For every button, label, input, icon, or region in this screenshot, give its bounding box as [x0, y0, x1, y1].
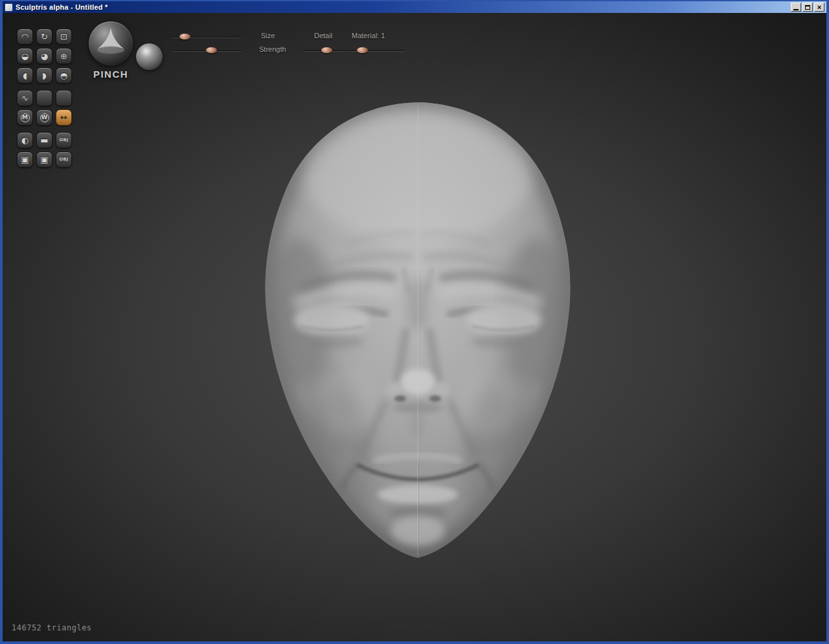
- tool-smooth-button[interactable]: ◖: [17, 67, 33, 83]
- detail-slider-handle[interactable]: [321, 47, 332, 53]
- tool-flatten-button[interactable]: ◒: [17, 48, 33, 64]
- app-icon: [5, 3, 13, 12]
- viewport[interactable]: ◠ ↻ ⊡ ◒ ◕ ⊕ ◖ ◗ ◓ ∿ M W ↔: [3, 13, 826, 641]
- close-button[interactable]: ×: [814, 3, 824, 12]
- wireframe-toggle-button[interactable]: W: [36, 109, 52, 126]
- window-title: Sculptris alpha - Untitled *: [16, 3, 108, 11]
- restore-button[interactable]: [802, 3, 813, 12]
- pinch-icon: ◓: [60, 71, 67, 80]
- material-preview-sphere: [136, 43, 163, 70]
- save-button[interactable]: ▣: [17, 151, 33, 168]
- tool-pinch-button[interactable]: ◓: [56, 67, 72, 83]
- wave-icon: ∿: [21, 94, 28, 102]
- wireframe-icon: W: [40, 113, 49, 122]
- tool-crease-button[interactable]: ◗: [36, 67, 52, 83]
- app-window: Sculptris alpha - Untitled * ×: [0, 0, 829, 644]
- scale-icon: ⊡: [60, 32, 67, 41]
- rotate-icon: ↻: [41, 32, 48, 41]
- minimize-button[interactable]: [791, 3, 801, 12]
- symmetry-arrows-icon: ↔: [60, 113, 67, 122]
- material-slider-handle[interactable]: [357, 47, 368, 53]
- obj-export-icon: OBJ: [60, 157, 69, 162]
- brush-preview-sphere: [89, 21, 133, 65]
- tool-inflate-button[interactable]: ◕: [36, 48, 52, 64]
- size-slider[interactable]: [172, 36, 242, 38]
- tool-rotate-button[interactable]: ↻: [36, 28, 52, 45]
- window-controls: ×: [791, 3, 824, 12]
- size-slider-handle[interactable]: [179, 34, 190, 39]
- save-as-button[interactable]: ▣: [36, 151, 52, 168]
- inflate-icon: ◕: [41, 52, 48, 60]
- minimize-icon: [793, 9, 799, 10]
- plane-icon: ▬: [40, 136, 48, 144]
- current-tool-label: PINCH: [82, 69, 139, 80]
- sculpt-model-head[interactable]: [249, 98, 586, 561]
- detail-slider[interactable]: [303, 50, 346, 51]
- material-label: Material: 1: [352, 32, 385, 39]
- strength-slider-handle[interactable]: [206, 47, 217, 53]
- sphere-icon: ◐: [21, 136, 28, 144]
- triangle-count: 146752 triangles: [12, 623, 92, 632]
- material-slider[interactable]: [348, 50, 404, 51]
- smooth-icon: ◖: [23, 71, 27, 80]
- save-icon: ▣: [21, 155, 28, 164]
- tool-draw-button[interactable]: ◠: [17, 28, 33, 45]
- pinch-brush-shape-icon: [89, 21, 133, 65]
- tool-grab-button[interactable]: ⊕: [56, 48, 72, 64]
- new-sphere-button[interactable]: ◐: [17, 132, 33, 148]
- detail-label: Detail: [314, 32, 332, 39]
- strength-label: Strength: [259, 45, 286, 53]
- import-obj-button[interactable]: OBJ: [56, 132, 72, 148]
- obj-import-icon: OBJ: [60, 138, 69, 142]
- symmetry-toggle-button[interactable]: ↔: [56, 109, 72, 126]
- save-as-icon: ▣: [40, 155, 48, 164]
- title-bar[interactable]: Sculptris alpha - Untitled * ×: [3, 1, 826, 13]
- restore-icon: [805, 5, 810, 10]
- flatten-icon: ◒: [21, 52, 28, 60]
- strength-slider[interactable]: [172, 50, 242, 51]
- tool-reduce-button[interactable]: ∿: [17, 90, 33, 106]
- tool-brush-b-button[interactable]: [56, 90, 72, 106]
- tool-brush-a-button[interactable]: [36, 90, 52, 106]
- draw-icon: ◠: [21, 32, 28, 41]
- export-obj-button[interactable]: OBJ: [56, 151, 72, 168]
- size-label: Size: [261, 32, 275, 39]
- tool-scale-button[interactable]: ⊡: [56, 28, 72, 45]
- crease-icon: ◗: [42, 71, 47, 80]
- mask-icon: M: [21, 113, 30, 122]
- mask-toggle-button[interactable]: M: [17, 109, 33, 126]
- new-plane-button[interactable]: ▬: [36, 132, 52, 148]
- close-icon: ×: [817, 4, 821, 11]
- grab-icon: ⊕: [60, 52, 67, 60]
- tool-palette: ◠ ↻ ⊡ ◒ ◕ ⊕ ◖ ◗ ◓ ∿ M W ↔: [17, 28, 72, 171]
